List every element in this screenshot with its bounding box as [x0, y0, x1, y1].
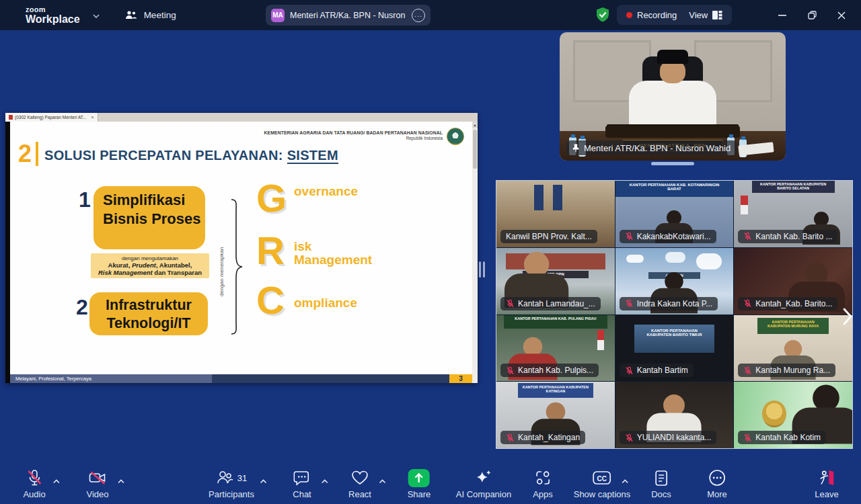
meeting-title-pill[interactable]: MA Menteri ATR/Ka. BPN - Nusron W ... [266, 5, 430, 26]
muted-mic-icon [743, 433, 752, 442]
tab-meeting[interactable]: Meeting [124, 10, 176, 21]
leave-button[interactable]: Leave [815, 468, 838, 499]
participant-name-chip: Kantah Lamandau_... [500, 297, 601, 310]
participant-name: Kantah Bartim [637, 366, 688, 375]
document-scrollbar[interactable] [472, 122, 478, 383]
participant-name: YULIANDI kakanta... [637, 433, 712, 442]
participant-tile[interactable]: KANTOR PERTANAHAN KABUPATEN BARITO TIMUR… [615, 315, 734, 382]
title-accent-bar [36, 142, 38, 166]
meeting-title: Menteri ATR/Ka. BPN - Nusron W [290, 11, 406, 20]
gallery-next-page-button[interactable] [842, 307, 853, 329]
captions-options-chevron-icon[interactable] [622, 474, 629, 487]
muted-mic-icon [743, 299, 752, 308]
meeting-main-area: (0302 Kalteng) Paparan Menteri AT... × K… [0, 30, 861, 464]
ministry-subheader: Republik Indonesia [264, 136, 443, 140]
office-sign: KANTOR PERTANAHAN KABUPATEN MURUNG RAYA [757, 318, 828, 334]
audio-button[interactable]: Audio [23, 468, 45, 499]
meeting-tab-label: Meeting [144, 10, 176, 20]
slide-motto: Melayani, Profesional, Terpercaya [10, 374, 212, 383]
participant-name-chip: Kantah Kab Kotim [738, 431, 826, 444]
curly-brace [229, 198, 244, 335]
ministry-header: KEMENTERIAN AGRARIA DAN TATA RUANG/ BADA… [264, 130, 443, 135]
camera-muted-icon [88, 470, 107, 486]
participant-tile[interactable]: Kantah_Kab. Barito... [734, 248, 852, 314]
participant-tile[interactable]: KANTOR PERTANAHAN KABUPATEN MURUNG RAYA … [734, 315, 852, 382]
participant-name-chip: KakankabKotawari... [620, 230, 716, 243]
top-bar: zoom Workplace Meeting MA Menteri ATR/Ka… [0, 0, 861, 30]
apps-label: Apps [533, 489, 553, 499]
panel-resize-handle[interactable] [479, 261, 485, 278]
slide-title-text: SOLUSI PERCEPATAN PELAYANAN: [44, 148, 287, 163]
scrollbar-thumb[interactable] [473, 130, 477, 169]
participants-button[interactable]: 31 Participants [209, 468, 254, 499]
react-options-chevron-icon[interactable] [379, 474, 386, 487]
muted-mic-icon [506, 366, 515, 375]
scroll-up-arrow-icon[interactable] [472, 122, 478, 128]
video-panel-drag-bar[interactable] [651, 162, 694, 165]
recording-indicator[interactable]: Recording [626, 10, 677, 20]
grc-letter-r: R [256, 232, 294, 269]
participant-tile[interactable]: KANTOR PERTANAHAN KABUPATEN BARITO SELAT… [734, 181, 852, 247]
participant-tile[interactable]: YULIANDI kakanta... [615, 382, 734, 448]
item1-note: dengan mengutamakan Akurat, Prudent, Aku… [91, 253, 209, 278]
participant-name-chip: Kanwil BPN Prov. Kalt... [500, 230, 597, 243]
slide-footer: Melayani, Profesional, Terpercaya 3 [10, 374, 472, 383]
show-captions-label: Show captions [574, 489, 631, 499]
participants-options-chevron-icon[interactable] [260, 474, 267, 487]
list-number-1: 1 [79, 189, 91, 210]
video-button[interactable]: Video [86, 468, 108, 499]
ministry-logo [447, 128, 464, 145]
share-button[interactable]: Share [408, 468, 431, 499]
chat-options-chevron-icon[interactable] [321, 474, 328, 487]
participant-tile[interactable]: KANTOR PERTANAHAN KAB. KOTAWARINGIN BARA… [615, 181, 734, 247]
ai-companion-button[interactable]: AI Companion [456, 468, 511, 499]
share-label: Share [408, 489, 431, 499]
show-captions-button[interactable]: CC Show captions [574, 468, 631, 499]
speaker-video-tile[interactable]: MENTERI ATR/KA. BPN Menteri ATR/Ka. BPN … [560, 32, 786, 161]
participant-tile[interactable]: ATR BPN Indra Kakan Kota P... [615, 248, 734, 314]
more-icon [708, 469, 726, 487]
participant-tile[interactable]: KANTOR PERTANAHAN KAB. PULANG PISAU Kant… [496, 315, 615, 382]
security-shield-icon[interactable] [595, 7, 610, 23]
participant-name: Kantah_Kab. Barito... [755, 299, 832, 308]
logo-zoom: zoom [26, 6, 80, 13]
zoom-workplace-logo: zoom Workplace [26, 6, 80, 25]
participant-tile[interactable]: Kantah Kab Kotim [734, 382, 852, 448]
video-options-chevron-icon[interactable] [117, 474, 124, 487]
document-tab[interactable]: (0302 Kalteng) Paparan Menteri AT... × [5, 113, 98, 122]
pdf-file-icon [9, 115, 13, 120]
more-options-icon[interactable]: ... [412, 9, 425, 22]
grc-word-risk: isk [294, 239, 311, 253]
note-risk-management: Risk Management [98, 269, 153, 276]
chevron-down-icon[interactable] [92, 9, 100, 22]
minimize-button[interactable] [770, 5, 795, 26]
chat-icon [293, 470, 311, 486]
docs-button[interactable]: Docs [651, 468, 671, 499]
participant-name-chip: Kantah Bartim [620, 364, 694, 377]
participant-name-chip: Kantah Murung Ra... [738, 364, 835, 377]
tab-close-icon[interactable]: × [91, 115, 93, 120]
participant-name: Kantah_Katingan [518, 433, 580, 442]
participant-tile[interactable]: ATR BPN Kantah Lamandau_... [496, 248, 615, 314]
document-tab-title: (0302 Kalteng) Paparan Menteri AT... [15, 115, 86, 120]
muted-mic-icon [625, 366, 634, 375]
audio-label: Audio [23, 489, 45, 499]
more-button[interactable]: More [707, 468, 727, 499]
participant-name: KakankabKotawari... [637, 232, 711, 241]
item-infrastruktur: Infrastruktur Teknologi/IT [89, 292, 208, 335]
audio-options-chevron-icon[interactable] [52, 474, 60, 487]
participant-name: Kantah Kab. Barito ... [755, 232, 832, 241]
view-button[interactable]: View [689, 10, 722, 20]
react-button[interactable]: React [348, 468, 371, 499]
ai-companion-label: AI Companion [456, 489, 511, 499]
apps-button[interactable]: Apps [533, 468, 553, 499]
restore-button[interactable] [799, 5, 825, 26]
chat-button[interactable]: Chat [293, 468, 311, 499]
participant-tile[interactable]: Kanwil BPN Prov. Kalt... [496, 181, 615, 247]
meeting-toolbar: Audio Video 31 [0, 464, 861, 504]
close-button[interactable] [829, 5, 854, 26]
video-label: Video [86, 489, 108, 499]
desk-carving [605, 126, 740, 138]
participant-tile[interactable]: KANTOR PERTANAHAN KABUPATEN KATINGAN Kan… [496, 382, 615, 448]
grc-letter-c: C [256, 282, 294, 319]
